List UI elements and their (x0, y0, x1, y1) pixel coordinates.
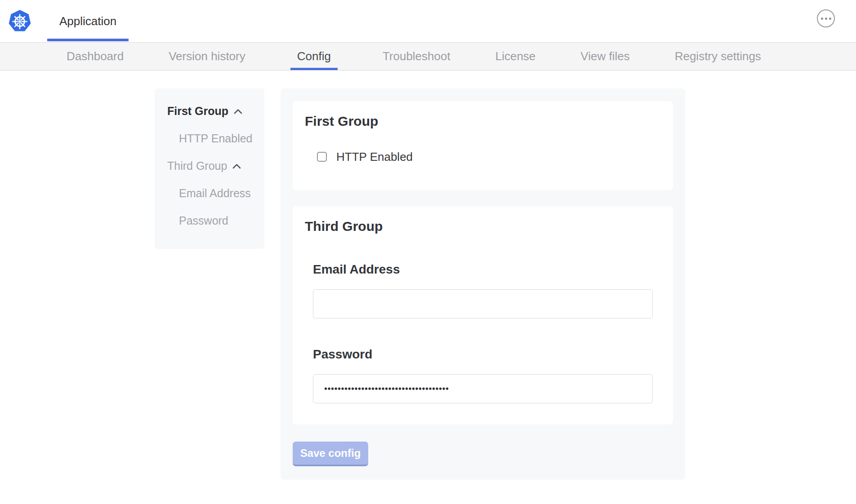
page-tabs: Dashboard Version history Config Trouble… (0, 43, 856, 71)
tab-version-history[interactable]: Version history (169, 43, 245, 70)
config-sidebar: First Group HTTP Enabled Third Group Ema… (155, 88, 264, 249)
password-input[interactable] (313, 374, 653, 403)
http-enabled-label[interactable]: HTTP Enabled (336, 150, 413, 164)
chevron-up-icon (232, 164, 241, 169)
config-page: First Group HTTP Enabled Third Group Ema… (0, 88, 856, 480)
email-address-input[interactable] (313, 289, 653, 318)
ellipsis-icon (821, 18, 823, 20)
tab-registry-settings[interactable]: Registry settings (675, 43, 761, 70)
sidebar-group-third-group[interactable]: Third Group (167, 160, 260, 172)
ellipsis-menu-button[interactable] (817, 9, 835, 27)
tab-dashboard[interactable]: Dashboard (67, 43, 124, 70)
app-tab-application[interactable]: Application (47, 0, 129, 42)
http-enabled-field: HTTP Enabled (317, 150, 661, 164)
http-enabled-checkbox[interactable] (317, 152, 327, 162)
password-label: Password (313, 347, 661, 362)
sidebar-group-first-group[interactable]: First Group (167, 106, 260, 117)
config-form-panel: First Group HTTP Enabled Third Group Ema… (281, 88, 685, 480)
config-group-card-third: Third Group Email Address Password (293, 206, 673, 424)
sidebar-item-password[interactable]: Password (179, 215, 260, 226)
sidebar-item-http-enabled[interactable]: HTTP Enabled (179, 133, 260, 144)
group-title-third: Third Group (305, 218, 661, 234)
tab-license[interactable]: License (495, 43, 536, 70)
tab-troubleshoot[interactable]: Troubleshoot (383, 43, 450, 70)
sidebar-item-email-address[interactable]: Email Address (179, 188, 260, 199)
config-group-card-first: First Group HTTP Enabled (293, 101, 673, 190)
email-address-label: Email Address (313, 262, 661, 277)
tab-view-files[interactable]: View files (580, 43, 629, 70)
group-title-first: First Group (305, 113, 661, 129)
save-config-button[interactable]: Save config (293, 442, 368, 466)
chevron-up-icon (234, 109, 242, 114)
tab-config[interactable]: Config (290, 43, 338, 70)
app-header: Application (0, 0, 856, 43)
kubernetes-logo (8, 9, 31, 33)
sidebar-group-label: First Group (167, 106, 228, 117)
